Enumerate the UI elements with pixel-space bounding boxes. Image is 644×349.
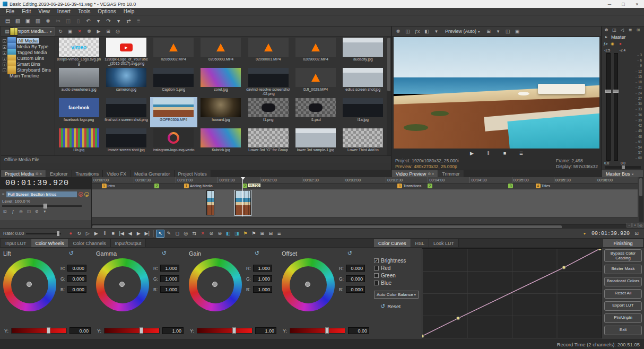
pause-button[interactable]: ‖ <box>100 230 109 238</box>
menu-item[interactable]: View <box>34 8 54 14</box>
red-value-field[interactable]: 1.000 <box>253 265 272 272</box>
red-value-field[interactable]: 1.000 <box>160 265 179 272</box>
luma-value-field[interactable]: 1.00 <box>255 327 276 334</box>
media-item[interactable]: imovie screen shot.jpg <box>102 127 150 155</box>
slider-handle[interactable] <box>43 204 47 208</box>
master-properties-icon[interactable]: ☸ <box>603 27 610 34</box>
erase-tool-button[interactable]: ✕ <box>198 230 207 238</box>
blue-value-field[interactable]: 1.000 <box>160 286 179 293</box>
pin-icon[interactable] <box>36 172 39 176</box>
dock-tab[interactable]: Media Generator <box>130 170 175 178</box>
blue-value-field[interactable]: 1.000 <box>253 286 272 293</box>
media-item[interactable]: 02090002.MP4 <box>292 37 339 67</box>
track-fx-icon[interactable]: ƒ <box>10 209 16 214</box>
close-button[interactable]: × <box>630 1 644 8</box>
preview-pause-button[interactable]: ‖ <box>484 150 492 157</box>
auto-ripple-button[interactable]: ⊘ <box>207 230 215 238</box>
go-to-end-button[interactable]: ▶| <box>143 230 151 238</box>
finishing-button[interactable]: Pin/Unpin <box>604 313 642 323</box>
media-item[interactable]: audio sweeteners.jpg <box>55 67 102 97</box>
media-item[interactable]: cameron.jpg <box>102 67 150 97</box>
blue-value-field[interactable]: 0.000 <box>346 286 365 293</box>
channel-checkbox[interactable] <box>374 258 379 263</box>
channel-checkbox[interactable] <box>374 273 379 278</box>
fader-track-left[interactable] <box>606 53 611 161</box>
luma-slider[interactable] <box>197 328 253 334</box>
red-value-field[interactable]: 0.000 <box>346 265 365 272</box>
automation-settings-button[interactable]: ≡ <box>134 16 143 25</box>
media-item[interactable]: edius screen shot.jpg <box>340 67 387 97</box>
media-item[interactable]: lower 3rd sample-1.jpg <box>292 127 339 155</box>
preview-options-icon[interactable]: ≣ <box>517 150 525 157</box>
green-value-field[interactable]: 1.000 <box>253 275 272 282</box>
media-item[interactable]: Lower Third Add to <box>340 127 387 155</box>
event-split-button[interactable]: ⊟ <box>266 230 275 238</box>
channel-checkbox[interactable] <box>374 281 379 285</box>
zoom-in-button[interactable]: + <box>632 223 638 228</box>
media-item[interactable]: Lower 3rd "G" for Group <box>245 127 292 155</box>
timeline-marker[interactable]: 3 <box>508 184 514 188</box>
fader-track-right[interactable] <box>614 53 618 161</box>
wheel-reset-icon[interactable]: ↺ <box>162 250 167 257</box>
tree-expander-icon[interactable]: + <box>3 45 6 49</box>
timeline-empty-area[interactable] <box>92 217 638 224</box>
maximize-button[interactable]: □ <box>616 1 630 8</box>
automation-mode-icon[interactable]: ◎ <box>18 209 24 214</box>
pan-handle[interactable] <box>622 165 625 169</box>
channel-row[interactable]: Red <box>374 264 422 272</box>
marker-tag[interactable]: 1 <box>184 184 189 188</box>
timeline-marker[interactable]: 2 <box>428 184 433 188</box>
record-bus-icon[interactable]: ● <box>617 40 623 48</box>
wheel-reset-icon[interactable]: ↺ <box>69 250 74 257</box>
luma-value-field[interactable]: 1.00 <box>162 327 184 334</box>
master-fx-icon[interactable]: ƒx <box>603 41 607 46</box>
timeline-vertical-scrollbar[interactable] <box>639 177 643 222</box>
finishing-button[interactable]: Broadcast Colors <box>604 277 642 286</box>
media-item[interactable]: final cut x screen shot.png <box>102 97 150 127</box>
menu-item[interactable]: Tools <box>74 8 94 14</box>
copy-snapshot-icon[interactable]: ◫ <box>504 28 512 35</box>
tree-item[interactable]: Main Timeline <box>10 73 55 78</box>
overlays-caret[interactable]: ▾ <box>432 28 440 35</box>
media-item[interactable]: 02090001.MP4 <box>245 37 292 67</box>
tree-expander-icon[interactable]: - <box>3 39 6 43</box>
curves-tab[interactable]: Look LUT <box>429 239 459 247</box>
tree-expander-icon[interactable]: + <box>3 51 6 55</box>
dim-output-icon[interactable]: ◁ <box>619 27 625 34</box>
snap-enable-button[interactable]: ◧ <box>224 230 232 238</box>
fit-project-button[interactable]: ⊡ <box>632 230 641 238</box>
pin-icon[interactable] <box>428 172 431 176</box>
color-panel-tab[interactable]: Color Channels <box>69 239 111 247</box>
play-from-start-button[interactable]: ▷ <box>83 230 92 238</box>
insert-marker-button[interactable]: ⚑ <box>241 230 249 238</box>
menu-item[interactable]: Insert <box>54 8 74 14</box>
media-item[interactable]: davinci-resolve-screenshot-02.png <box>245 67 292 97</box>
curves-tab[interactable]: Color Curves <box>374 239 411 247</box>
safe-area-caret[interactable]: ▾ <box>494 28 502 35</box>
media-item[interactable]: Caption-1.png <box>150 67 197 97</box>
automation-mode-icon[interactable]: ◉ <box>609 40 615 48</box>
cursor-position-timecode[interactable]: 00:01:39.920 <box>591 231 630 237</box>
fader-handle[interactable] <box>613 90 619 93</box>
media-item[interactable]: GOPR0306.MP4 <box>150 97 197 127</box>
track-solo-button[interactable]: ● <box>84 192 89 197</box>
color-wheel[interactable] <box>3 258 56 311</box>
project-properties-button[interactable]: ☸ <box>43 16 53 25</box>
marker-tag[interactable]: 2 <box>428 184 432 188</box>
media-item[interactable]: I1.psd <box>292 97 339 127</box>
media-item[interactable]: I1.png <box>245 97 292 127</box>
slider-handle[interactable] <box>140 327 143 334</box>
menu-item[interactable]: Help <box>120 8 138 14</box>
media-item[interactable]: corel.jpg <box>197 67 245 97</box>
refresh-icon[interactable]: ↻ <box>57 28 65 35</box>
zoom-edit-tool-button[interactable]: ◎ <box>181 230 190 238</box>
zoom-out-button[interactable]: − <box>626 223 632 228</box>
slip-edit-tool-button[interactable]: ⇆ <box>190 230 198 238</box>
cursor-position-caret[interactable]: ▼ <box>580 230 589 238</box>
marker-tag[interactable]: 2 <box>154 184 159 188</box>
go-to-start-button[interactable]: |◀ <box>117 230 126 238</box>
channel-row[interactable]: Brightness <box>374 257 422 264</box>
menu-item[interactable]: Edit <box>18 8 34 14</box>
dock-tab[interactable]: Transitions <box>72 170 103 178</box>
previous-frame-button[interactable]: ◀ <box>126 230 134 238</box>
